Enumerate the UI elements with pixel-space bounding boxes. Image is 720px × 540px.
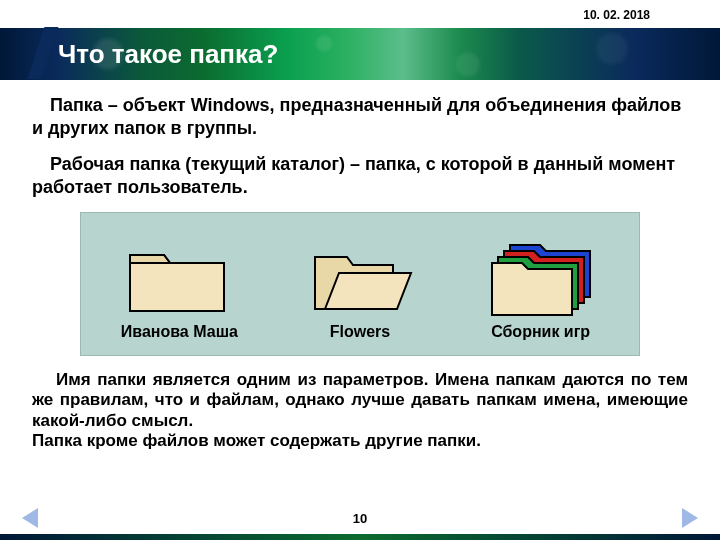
paragraph-1: Папка – объект Windows, предназначенный … <box>32 94 688 139</box>
page-number: 10 <box>0 511 720 526</box>
paragraph-2: Рабочая папка (текущий каталог) – папка,… <box>32 153 688 198</box>
bottom-accent-bar <box>0 534 720 540</box>
def-1: – объект Windows, предназначенный для об… <box>32 95 681 138</box>
slide-content: Папка – объект Windows, предназначенный … <box>32 94 688 452</box>
folder-item-closed: Иванова Маша <box>99 237 259 341</box>
term-1: Папка <box>50 95 103 115</box>
folder-label-1: Иванова Маша <box>121 323 238 341</box>
paragraph-4: Папка кроме файлов может содержать други… <box>32 431 688 451</box>
prev-arrow-icon[interactable] <box>22 508 38 528</box>
folder-label-2: Flowers <box>330 323 390 341</box>
folder-closed-icon <box>124 237 234 317</box>
folder-panel: Иванова Маша Flowers Сборник игр <box>80 212 640 356</box>
folder-item-stack: Сборник игр <box>461 237 621 341</box>
header-band: Что такое папка? <box>0 28 720 80</box>
paragraph-3: Имя папки является одним из параметров. … <box>32 370 688 431</box>
folder-open-icon <box>305 237 415 317</box>
slide-date: 10. 02. 2018 <box>583 8 650 22</box>
term-2: Рабочая папка (текущий каталог) <box>50 154 345 174</box>
slide-title: Что такое папка? <box>58 39 278 70</box>
folder-item-open: Flowers <box>280 237 440 341</box>
folder-stack-icon <box>486 237 596 317</box>
next-arrow-icon[interactable] <box>682 508 698 528</box>
folder-label-3: Сборник игр <box>491 323 590 341</box>
